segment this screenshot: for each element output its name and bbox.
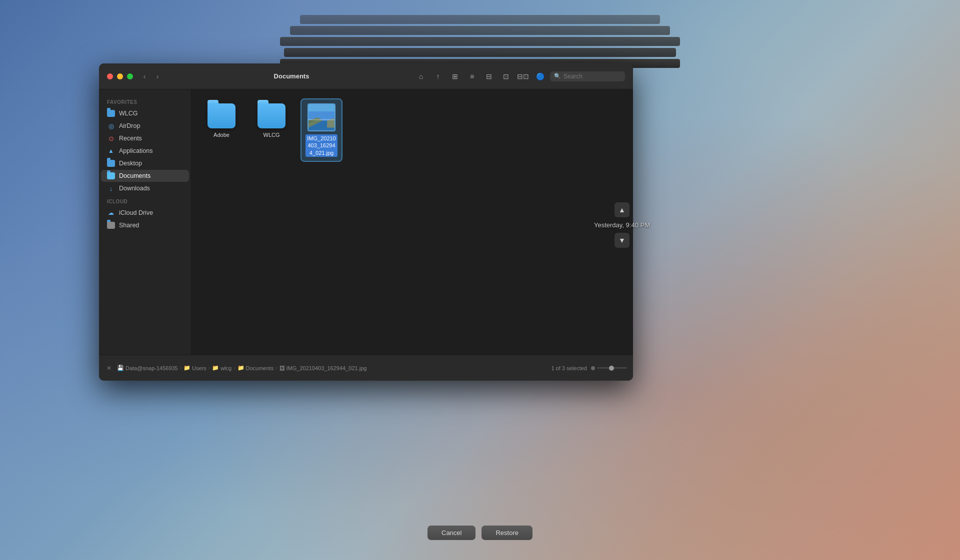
window-title: Documents xyxy=(169,72,414,80)
time-machine-controls: ▲ Yesterday, 9:40 PM ▼ xyxy=(594,202,650,248)
docs-bc-icon: 📁 xyxy=(238,365,244,371)
column-view-icon[interactable]: ⊟ xyxy=(482,69,496,83)
file-grid: Adobe WLCG xyxy=(202,99,623,161)
breadcrumb-snap: 💾 Data@snap-1456935 xyxy=(117,365,178,371)
bottom-bar: ✕ 💾 Data@snap-1456935 › 📁 Users › 📁 wlcg… xyxy=(99,355,633,381)
back-button[interactable]: ‹ xyxy=(139,71,150,82)
sep-2: › xyxy=(208,365,210,371)
timestamp: Yesterday, 9:40 PM xyxy=(594,221,650,229)
list-view-icon[interactable]: ≡ xyxy=(465,69,479,83)
search-box: 🔍 xyxy=(550,71,625,81)
sidebar-item-applications[interactable]: ▲ Applications xyxy=(101,145,189,157)
bottom-close-button[interactable]: ✕ xyxy=(105,364,113,372)
time-forward-button[interactable]: ▼ xyxy=(614,233,630,248)
breadcrumb: 💾 Data@snap-1456935 › 📁 Users › 📁 wlcg ›… xyxy=(117,365,547,371)
sidebar-label-recents: Recents xyxy=(119,135,142,142)
file-thumbnail-img xyxy=(308,103,336,131)
shared-icon xyxy=(107,221,115,229)
finder-window: ‹ › Documents ⌂ ↑ ⊞ ≡ ⊟ ⊡ ⊟⊡ 🔵 🔍 Favorit… xyxy=(99,63,633,381)
sidebar-label-desktop: Desktop xyxy=(119,160,142,167)
downloads-icon: ↓ xyxy=(107,184,115,192)
status-bar-right: 1 of 3 selected xyxy=(551,365,627,371)
file-item-img[interactable]: IMG_20210403_162944_021.jpg xyxy=(302,99,342,161)
file-bc-icon: 🖼 xyxy=(280,365,285,371)
zoom-dot xyxy=(591,366,595,370)
airdrop-icon: ◎ xyxy=(107,122,115,130)
icloud-icon: ☁ xyxy=(107,209,115,217)
cover-flow-icon[interactable]: ⊡ xyxy=(499,69,513,83)
recents-icon: ⊙ xyxy=(107,134,115,142)
sidebar-item-wlcg[interactable]: WLCG xyxy=(101,107,189,119)
sep-3: › xyxy=(234,365,235,371)
close-button[interactable] xyxy=(107,73,113,79)
tray-strip-2 xyxy=(290,26,670,35)
breadcrumb-users-label: Users xyxy=(192,365,206,371)
home-icon[interactable]: ⌂ xyxy=(414,69,428,83)
sidebar: Favorites WLCG ◎ AirDrop ⊙ Recents ▲ App… xyxy=(99,89,192,355)
folder-icon-wlcg-main xyxy=(258,103,286,128)
finder-body: Favorites WLCG ◎ AirDrop ⊙ Recents ▲ App… xyxy=(99,89,633,355)
maximize-button[interactable] xyxy=(127,73,133,79)
zoom-slider[interactable] xyxy=(597,367,627,369)
file-item-adobe[interactable]: Adobe xyxy=(202,99,242,161)
restore-button[interactable]: Restore xyxy=(482,526,532,540)
tray-strip-4 xyxy=(284,48,676,57)
cancel-button[interactable]: Cancel xyxy=(428,526,476,540)
file-name-img: IMG_20210403_162944_021.jpg xyxy=(306,134,338,157)
icloud-label: iCloud xyxy=(99,195,191,206)
sidebar-label-applications: Applications xyxy=(119,147,152,154)
action-buttons: Cancel Restore xyxy=(428,526,532,540)
sidebar-label-airdrop: AirDrop xyxy=(119,122,140,129)
nav-buttons: ‹ › xyxy=(139,71,163,82)
tray-container xyxy=(280,15,680,70)
time-back-button[interactable]: ▲ xyxy=(614,202,630,217)
toolbar-right: ⌂ ↑ ⊞ ≡ ⊟ ⊡ ⊟⊡ 🔵 🔍 xyxy=(414,69,625,83)
title-bar: ‹ › Documents ⌂ ↑ ⊞ ≡ ⊟ ⊡ ⊟⊡ 🔵 🔍 xyxy=(99,63,633,89)
sidebar-item-recents[interactable]: ⊙ Recents xyxy=(101,132,189,144)
folder-icon-adobe xyxy=(208,103,236,128)
snap-icon: 💾 xyxy=(117,365,124,371)
sep-4: › xyxy=(276,365,277,371)
sidebar-item-shared[interactable]: Shared xyxy=(101,219,189,231)
svg-rect-5 xyxy=(308,104,334,111)
traffic-lights xyxy=(107,73,133,79)
file-name-wlcg: WLCG xyxy=(264,131,280,138)
breadcrumb-wlcg: 📁 wlcg xyxy=(212,365,232,371)
forward-button[interactable]: › xyxy=(152,71,163,82)
sep-1: › xyxy=(180,365,182,371)
sidebar-item-downloads[interactable]: ↓ Downloads xyxy=(101,182,189,194)
share-icon[interactable]: ↑ xyxy=(431,69,445,83)
file-item-wlcg[interactable]: WLCG xyxy=(252,99,292,161)
sidebar-item-documents[interactable]: Documents xyxy=(101,170,189,182)
zoom-handle[interactable] xyxy=(609,366,614,371)
selected-count: 1 of 3 selected xyxy=(551,365,587,371)
tray-strip-1 xyxy=(300,15,660,24)
documents-icon xyxy=(107,172,115,180)
sidebar-label-shared: Shared xyxy=(119,222,139,229)
grid-view-icon[interactable]: ⊞ xyxy=(448,69,462,83)
minimize-button[interactable] xyxy=(117,73,123,79)
breadcrumb-file-label: IMG_20210403_162944_021.jpg xyxy=(286,365,367,371)
sidebar-item-icloud-drive[interactable]: ☁ iCloud Drive xyxy=(101,207,189,219)
breadcrumb-file: 🖼 IMG_20210403_162944_021.jpg xyxy=(280,365,367,371)
group-icon[interactable]: ⊟⊡ xyxy=(516,69,530,83)
folder-icon-wlcg xyxy=(107,109,115,117)
favorites-label: Favorites xyxy=(99,95,191,107)
file-name-adobe: Adobe xyxy=(214,131,230,138)
applications-icon: ▲ xyxy=(107,147,115,155)
svg-rect-6 xyxy=(308,119,334,120)
sidebar-item-airdrop[interactable]: ◎ AirDrop xyxy=(101,120,189,132)
search-input[interactable] xyxy=(564,73,621,80)
wlcg-icon: 📁 xyxy=(212,365,219,371)
users-icon: 📁 xyxy=(184,365,190,371)
breadcrumb-snap-label: Data@snap-1456935 xyxy=(126,365,178,371)
tray-strip-3 xyxy=(280,37,680,46)
main-content: Adobe WLCG xyxy=(192,89,633,355)
sidebar-label-downloads: Downloads xyxy=(119,185,150,192)
breadcrumb-documents: 📁 Documents xyxy=(238,365,274,371)
sidebar-label-icloud-drive: iCloud Drive xyxy=(119,209,153,216)
breadcrumb-wlcg-label: wlcg xyxy=(220,365,232,371)
sidebar-label-documents: Documents xyxy=(119,172,150,179)
sidebar-item-desktop[interactable]: Desktop xyxy=(101,157,189,169)
action-icon[interactable]: 🔵 xyxy=(533,69,547,83)
